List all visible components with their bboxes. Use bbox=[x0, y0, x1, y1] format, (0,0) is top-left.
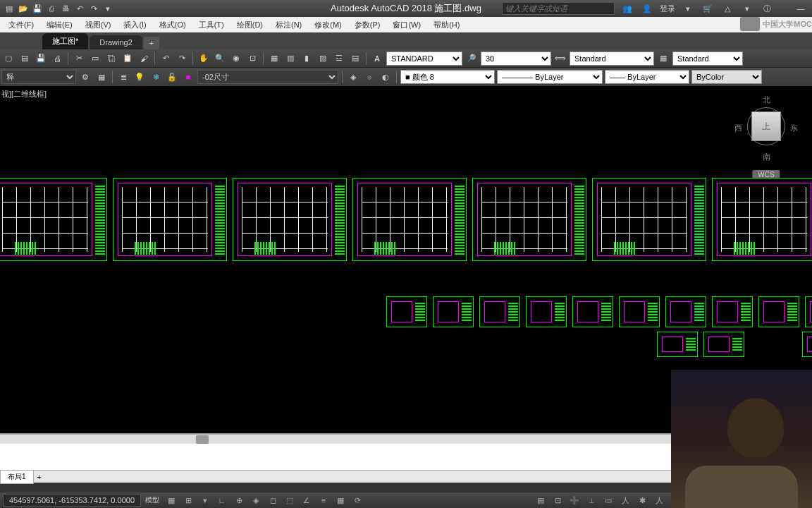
units-icon[interactable]: ⟂ bbox=[584, 494, 599, 507]
text-style-select[interactable]: STANDARD bbox=[386, 52, 462, 66]
floorplan-sheet[interactable] bbox=[472, 178, 586, 261]
elevation-sheet[interactable] bbox=[805, 296, 812, 327]
save-icon[interactable]: 💾 bbox=[31, 2, 44, 15]
viewport-label[interactable]: 视][二维线框] bbox=[1, 89, 47, 99]
annotation-scale-select[interactable]: 释 bbox=[1, 70, 76, 84]
redo2-icon[interactable]: ↷ bbox=[175, 52, 189, 66]
elevation-sheet[interactable] bbox=[572, 296, 613, 327]
scrollbar-thumb[interactable] bbox=[196, 435, 209, 444]
autoscale-icon[interactable]: 人 bbox=[651, 494, 667, 507]
menu-file[interactable]: 文件(F) bbox=[3, 18, 39, 32]
layout-add-icon[interactable]: + bbox=[34, 473, 45, 481]
app-menu-icon[interactable]: ▤ bbox=[3, 2, 16, 15]
exchange-icon[interactable]: 🛒 bbox=[701, 2, 715, 15]
plot-icon[interactable]: ⎙ bbox=[45, 2, 58, 15]
text-height-select[interactable]: 30 bbox=[481, 52, 551, 66]
dropdown-icon[interactable]: ▾ bbox=[197, 494, 213, 507]
sheet-set-icon[interactable]: ▥ bbox=[283, 52, 297, 66]
floorplan-sheet[interactable] bbox=[712, 178, 812, 261]
elevation-sheet[interactable] bbox=[758, 296, 799, 327]
annotation-visibility-icon[interactable]: ✱ bbox=[634, 494, 650, 507]
user-icon[interactable]: 👤 bbox=[640, 2, 654, 15]
layout-tab-1[interactable]: 布局1 bbox=[0, 470, 34, 484]
menu-modify[interactable]: 修改(M) bbox=[309, 18, 347, 32]
doc-tab-drawing2[interactable]: Drawing2 bbox=[90, 35, 142, 49]
help-icon[interactable]: ⓘ bbox=[760, 2, 774, 15]
table-icon[interactable]: ▦ bbox=[656, 52, 670, 66]
dyn-input-icon[interactable]: ▭ bbox=[601, 494, 616, 507]
layer-previous-icon[interactable]: ◈ bbox=[346, 70, 360, 84]
floorplan-sheet[interactable] bbox=[352, 178, 467, 261]
calc-icon[interactable]: ▤ bbox=[348, 52, 362, 66]
viewcube-top[interactable]: 上 bbox=[751, 111, 781, 141]
help-dropdown-icon[interactable]: ▾ bbox=[740, 2, 754, 15]
markup-icon[interactable]: ☲ bbox=[332, 52, 346, 66]
layer-state-icon[interactable]: ▦ bbox=[94, 70, 109, 84]
menu-view[interactable]: 视图(V) bbox=[80, 18, 117, 32]
elevation-sheet[interactable] bbox=[479, 296, 520, 327]
color-select[interactable]: ■ 颜色 8 bbox=[400, 70, 495, 84]
publish-icon[interactable]: 🖨 bbox=[50, 52, 64, 66]
3dosnap-icon[interactable]: ⬚ bbox=[282, 494, 297, 507]
menu-format[interactable]: 格式(O) bbox=[154, 18, 192, 32]
menu-tools[interactable]: 工具(T) bbox=[193, 18, 230, 32]
lineweight-display-icon[interactable]: ≡ bbox=[316, 494, 331, 507]
floorplan-sheet[interactable] bbox=[233, 178, 347, 261]
doc-tab-active[interactable]: 施工图* bbox=[42, 33, 88, 49]
viewcube-west[interactable]: 西 bbox=[734, 123, 742, 133]
lineweight-select[interactable]: —— ByLayer bbox=[605, 70, 689, 84]
orbit-icon[interactable]: ◉ bbox=[229, 52, 243, 66]
floorplan-sheet[interactable] bbox=[0, 178, 107, 261]
annotation-icon[interactable]: 人 bbox=[617, 494, 633, 507]
menu-parametric[interactable]: 参数(P) bbox=[349, 18, 386, 32]
tool-palettes-icon[interactable]: ▮ bbox=[300, 52, 314, 66]
linetype-select[interactable]: ———— ByLayer bbox=[497, 70, 603, 84]
elevation-sheet[interactable] bbox=[526, 296, 567, 327]
layer-select[interactable]: -02尺寸 bbox=[197, 70, 338, 84]
search-box[interactable] bbox=[502, 2, 615, 15]
dim-icon[interactable]: ⟺ bbox=[553, 52, 567, 66]
copy-icon[interactable]: ⿻ bbox=[104, 52, 118, 66]
undo2-icon[interactable]: ↶ bbox=[159, 52, 173, 66]
elevation-sheet[interactable] bbox=[712, 296, 753, 327]
search-input[interactable] bbox=[505, 4, 611, 13]
transparency-icon[interactable]: ▦ bbox=[333, 494, 348, 507]
elevation-sheet[interactable] bbox=[619, 296, 660, 327]
print-icon[interactable]: 🖶 bbox=[59, 2, 72, 15]
quick-properties-icon[interactable]: ▤ bbox=[533, 494, 548, 507]
match-icon[interactable]: 🖌 bbox=[137, 52, 151, 66]
osnap-icon[interactable]: ◻ bbox=[265, 494, 281, 507]
command-scrollbar[interactable] bbox=[0, 434, 671, 444]
detail-sheet[interactable] bbox=[657, 332, 698, 357]
layer-iso-icon[interactable]: ⟐ bbox=[362, 70, 376, 84]
cut-icon[interactable]: ✂ bbox=[72, 52, 86, 66]
new-tab-icon[interactable]: + bbox=[144, 37, 159, 49]
menu-draw[interactable]: 绘图(D) bbox=[231, 18, 269, 32]
ortho-icon[interactable]: ∟ bbox=[214, 494, 230, 507]
layer-color-icon[interactable]: ■ bbox=[181, 70, 195, 84]
detail-sheet[interactable] bbox=[802, 332, 812, 357]
elevation-sheet[interactable] bbox=[665, 296, 706, 327]
floorplan-sheet[interactable] bbox=[113, 178, 227, 261]
snap-icon[interactable]: ⊞ bbox=[180, 494, 196, 507]
a360-icon[interactable]: △ bbox=[720, 2, 734, 15]
command-line[interactable] bbox=[0, 433, 671, 473]
menu-help[interactable]: 帮助(H) bbox=[428, 18, 465, 32]
elevation-sheet[interactable] bbox=[386, 296, 427, 327]
pan-icon[interactable]: ✋ bbox=[197, 52, 211, 66]
table-style-select[interactable]: Standard bbox=[672, 52, 743, 66]
polar-icon[interactable]: ⊕ bbox=[231, 494, 247, 507]
menu-window[interactable]: 窗口(W) bbox=[387, 18, 426, 32]
elevation-sheet[interactable] bbox=[433, 296, 474, 327]
layer-manager-icon[interactable]: ≣ bbox=[116, 70, 130, 84]
find-icon[interactable]: 🔎 bbox=[465, 52, 479, 66]
redo-icon[interactable]: ↷ bbox=[87, 2, 100, 15]
qat-dropdown-icon[interactable]: ▾ bbox=[102, 2, 114, 15]
grid-icon[interactable]: ▦ bbox=[164, 494, 179, 507]
isodraft-icon[interactable]: ◈ bbox=[248, 494, 264, 507]
open-icon[interactable]: 📂 bbox=[17, 2, 30, 15]
undo-icon[interactable]: ↶ bbox=[73, 2, 86, 15]
dim-style-select[interactable]: Standard bbox=[570, 52, 654, 66]
properties-icon[interactable]: ▦ bbox=[267, 52, 281, 66]
save2-icon[interactable]: 💾 bbox=[34, 52, 48, 66]
